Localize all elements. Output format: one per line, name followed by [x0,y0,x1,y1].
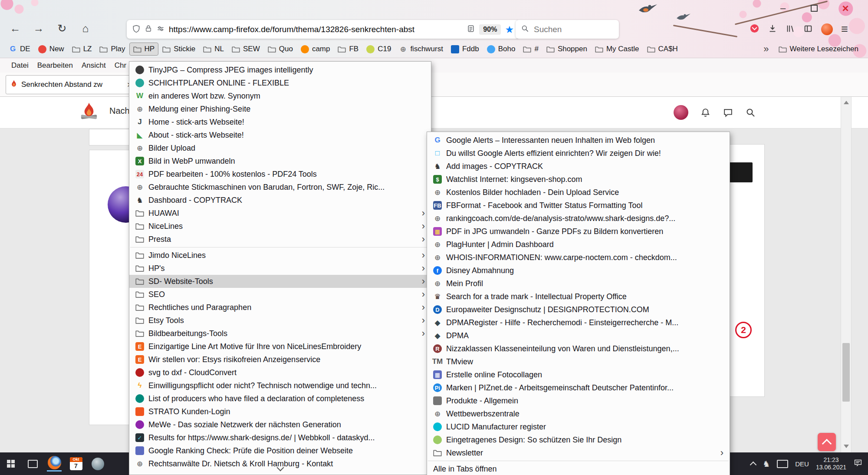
menu-item[interactable]: $ Watchlist Internet: kingseven-shop.com [427,173,730,186]
library-icon[interactable] [786,24,795,35]
sidebar-icon[interactable] [803,24,813,35]
bookmark-toolbar-item[interactable]: New [35,43,68,55]
zoom-level-button[interactable]: 90% [479,24,501,35]
downloads-icon[interactable] [768,24,777,35]
menu-item[interactable]: ✓ Results for https://www.shark-designs.… [129,431,431,444]
menu-item[interactable]: SD- Website-Tools › [129,275,431,288]
menu-item[interactable]: ⊕ Wettbewerbszentrale [427,407,730,420]
menu-item[interactable]: FB FBFormat - Facebook and Twitter Statu… [427,199,730,212]
menubar-item[interactable]: Chr [110,59,131,72]
taskbar-app-button[interactable] [87,452,108,475]
menu-item[interactable]: ◆ DPMA [427,329,730,342]
menu-item[interactable]: Eingetragenes Design: So schützen Sie Ih… [427,433,730,446]
menu-item[interactable]: Google Ranking Check: Prüfe die Position… [129,444,431,457]
other-bookmarks-folder[interactable]: Weitere Lesezeichen [774,43,863,55]
scroll-to-top-button[interactable] [818,433,836,451]
menubar-item[interactable]: Ansicht [77,59,110,72]
menubar-item[interactable]: Bearbeiten [33,59,77,72]
menu-item[interactable]: TM TMview [427,355,730,368]
menu-item[interactable]: MeWe - Das soziale Netzwerk der nächsten… [129,418,431,431]
taskbar-calendar-button[interactable]: Okt 7 [65,452,87,475]
bookmark-toolbar-item[interactable]: FB [334,43,362,55]
menu-item[interactable]: D Europaweiter Designschutz | DESIGNPROT… [427,303,730,316]
home-button[interactable]: ⌂ [76,19,95,37]
tray-app-icon[interactable]: ♞ [763,459,770,469]
scrollbar-up-button[interactable] [841,97,851,108]
menu-item[interactable]: ▦ PDF in JPG umwandeln - Ganze PDFs zu B… [427,225,730,238]
menu-item[interactable]: Rechtliches und Paragraphen › [129,301,431,314]
campfire-logo[interactable] [79,101,99,123]
back-button[interactable]: ← [6,19,24,37]
menubar-item[interactable]: Datei [7,59,33,72]
taskbar-clock[interactable]: 21:23 13.06.2021 [816,456,846,471]
menu-icon[interactable]: ≡ [841,23,848,36]
taskbar-firefox-button[interactable] [43,452,65,475]
bookmark-toolbar-item[interactable]: Play [96,43,128,55]
menu-item[interactable]: Presta › [129,233,431,246]
bookmark-toolbar-item[interactable]: Stickie [159,43,199,55]
menu-scroll-down-chevron[interactable] [129,465,431,475]
forum-nav-label[interactable]: Nach [109,106,130,116]
start-button[interactable] [0,452,22,475]
forum-search-icon[interactable] [743,105,758,120]
menu-item[interactable]: Jimdo NiceLines › [129,249,431,262]
tray-chevron-up-icon[interactable] [750,461,757,468]
reader-view-icon[interactable] [467,24,475,35]
menu-item[interactable]: G Google Alerts – Interessanten neuen In… [427,134,730,147]
menu-item[interactable]: ◆ DPMARegister - Hilfe - Recherchemodi -… [427,316,730,329]
account-avatar[interactable] [821,23,833,35]
menu-item[interactable]: W ein anderes Wort bzw. Synonym [129,89,431,102]
menu-item[interactable]: HP's › [129,262,431,275]
url-text[interactable]: https://www.camp-firefox.de/forum/thema/… [169,25,463,34]
keyboard-icon[interactable] [777,460,788,468]
menu-item[interactable]: List of producers who have filed a decla… [129,392,431,405]
bookmark-toolbar-item[interactable]: C19 [363,43,395,55]
menu-item[interactable]: ϟ Einwilligungspflicht oder nicht? Techn… [129,379,431,392]
menu-item[interactable]: □ Du willst Google Alerts effizient einr… [427,147,730,160]
bookmark-toolbar-item[interactable]: Fddb [447,43,483,55]
menu-item[interactable]: ⊕ Bilder Upload [129,142,431,155]
search-bar[interactable] [516,20,619,39]
menu-item[interactable]: ⊕ PlagHunter | Admin Dashboard [427,238,730,251]
bookmark-toolbar-item[interactable]: camp [297,43,334,55]
bookmark-star-icon[interactable]: ★ [505,25,514,34]
lock-icon[interactable] [145,25,152,34]
bookmark-toolbar-item[interactable]: HP [130,43,158,55]
menu-item[interactable]: ♞ Add images - COPYTRACK [427,160,730,173]
menu-item[interactable]: TinyJPG – Compress JPEG images intellige… [129,63,431,76]
menu-item[interactable]: SEO › [129,288,431,301]
menu-item[interactable]: Pi Marken | PIZnet.de - Arbeitsgemeinsch… [427,381,730,394]
bookmark-toolbar-item[interactable]: Boho [483,43,519,55]
restore-button[interactable] [807,1,821,15]
menu-item[interactable]: Etsy Tools › [129,314,431,327]
search-input[interactable] [533,24,600,35]
menu-item[interactable]: SCHICHTPLANER ONLINE - FLEXIBLE [129,76,431,89]
menu-item[interactable]: ⊕ WHOIS-INFORMATIONEN: www.carpe-noctem.… [427,251,730,264]
menu-item[interactable]: STRATO Kunden-Login [129,405,431,418]
menu-item[interactable]: 24 PDF bearbeiten - 100% kostenlos - PDF… [129,168,431,181]
forward-button[interactable]: → [30,19,48,37]
menu-item[interactable]: ⊕ Kostenlos Bilder hochladen - Dein Uplo… [427,186,730,199]
keyboard-language[interactable]: DEU [795,460,809,468]
bookmark-toolbar-item[interactable]: My Castle [592,43,643,55]
bookmark-toolbar-item[interactable]: Shoppen [543,43,591,55]
menu-item[interactable]: ♛ Search for a trade mark - Intellectual… [427,290,730,303]
menu-item[interactable]: Bildbearbeitungs-Tools › [129,327,431,340]
reload-button[interactable]: ↻ [53,19,71,37]
bookmark-toolbar-item[interactable]: NL [200,43,227,55]
tracking-protection-shield-icon[interactable] [132,24,141,35]
permissions-icon[interactable] [156,24,165,35]
address-bar[interactable]: https://www.camp-firefox.de/forum/thema/… [127,20,519,39]
menu-item[interactable]: ♞ Dashboard - COPYTRACK [129,194,431,207]
menu-item[interactable]: ⊕ rankingcoach.com/de-de/analysis-strato… [427,212,730,225]
menu-item[interactable]: E Wir stellen vor: Etsys risikofreien An… [129,353,431,366]
notification-center-icon[interactable] [853,458,863,469]
menu-item[interactable]: J Home - stick-arts Webseite! [129,115,431,129]
menu-item[interactable]: svg to dxf - CloudConvert [129,366,431,379]
bookmark-toolbar-item[interactable]: SEW [228,43,263,55]
bookmarks-overflow-chevron[interactable]: » [759,43,773,55]
close-button[interactable]: × [838,2,852,15]
bookmark-toolbar-item[interactable]: CA$H [644,43,681,55]
user-avatar[interactable] [674,105,688,120]
menu-item[interactable]: X Bild in WebP umwandeln [129,155,431,168]
